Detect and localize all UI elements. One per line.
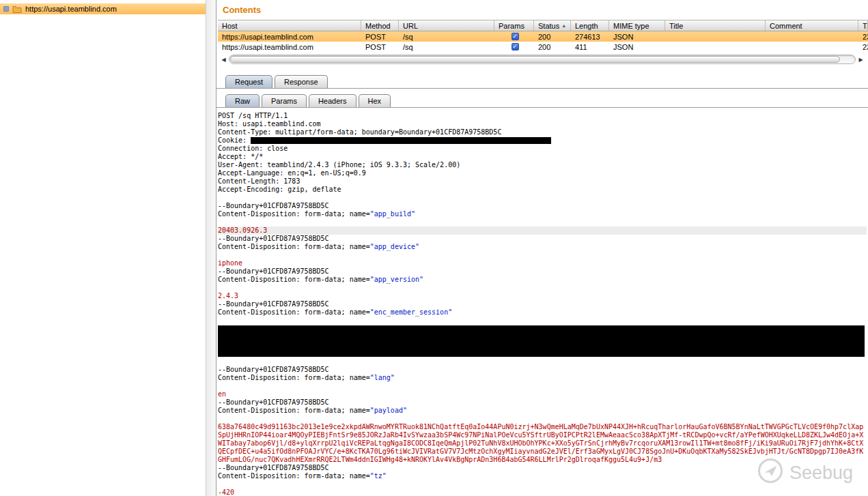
cell-method[interactable]: POST [361, 33, 399, 41]
cell-url[interactable]: /sq [399, 33, 494, 41]
sitemap-tree: https://usapi.teamblind.com [0, 0, 206, 496]
requests-table: HostMethodURLParamsStatus▲LengthMIME typ… [218, 20, 868, 52]
cell-length[interactable]: 411 [571, 43, 609, 51]
raw-line: Content-Type: multipart/form-data; bound… [218, 128, 867, 136]
raw-line [218, 358, 867, 366]
table-row[interactable]: https://usapi.teamblind.comPOST/sq✓20027… [218, 31, 868, 42]
column-header-title[interactable]: Title [665, 20, 766, 31]
raw-line: 2.4.3 [218, 292, 867, 300]
sitemap-item-label: https://usapi.teamblind.com [25, 5, 117, 13]
raw-line [218, 382, 867, 390]
sitemap-item-usapi-teamblind[interactable]: https://usapi.teamblind.com [0, 3, 206, 14]
cell-params[interactable]: ✓ [494, 43, 534, 50]
raw-line: User-Agent: teamblind/2.4.3 (iPhone; iOS… [218, 161, 867, 169]
column-header-length[interactable]: Length [571, 20, 609, 31]
column-header-comment[interactable]: Comment [766, 20, 858, 31]
cell-url[interactable]: /sq [399, 43, 494, 51]
raw-line [218, 284, 867, 292]
raw-line: Accept: */* [218, 153, 867, 161]
raw-line: --Boundary+01CFD87A9758BD5C [218, 366, 867, 374]
raw-line: Content-Length: 1783 [218, 177, 867, 186]
scroll-track[interactable] [229, 55, 856, 64]
sidebar-vertical-scrollbar[interactable] [206, 0, 216, 496]
raw-line [218, 415, 867, 423]
raw-line: --Boundary+01CFD87A9758BD5C [218, 464, 867, 472]
cell-method[interactable]: POST [361, 43, 399, 51]
subtab-params[interactable]: Params [262, 94, 307, 107]
sitemap-sidebar: https://usapi.teamblind.com [0, 0, 216, 496]
raw-line: en [218, 390, 867, 398]
scroll-right-button[interactable]: ▶ [856, 55, 866, 64]
contents-panel: Contents HostMethodURLParamsStatus▲Lengt… [216, 0, 868, 496]
raw-line [218, 480, 867, 488]
contents-title: Contents [216, 0, 868, 20]
scroll-left-button[interactable]: ◀ [219, 55, 229, 64]
cell-length[interactable]: 274613 [571, 33, 609, 41]
params-checkbox[interactable]: ✓ [512, 33, 519, 40]
table-header: HostMethodURLParamsStatus▲LengthMIME typ… [218, 20, 868, 31]
column-header-ti[interactable]: Ti [858, 20, 868, 31]
raw-line: 638a76480c49d91163bc2013e1e9ce2xkpdAWRnw… [218, 423, 867, 464]
raw-line: Cookie: [218, 136, 867, 145]
column-header-host[interactable]: Host [218, 20, 361, 31]
raw-line: iphone [218, 259, 867, 267]
raw-line: --Boundary+01CFD87A9758BD5C [218, 235, 867, 243]
raw-params-headers-hex-tabs: RawParamsHeadersHex [216, 91, 868, 108]
redacted-session-block [218, 325, 865, 357]
raw-line: POST /sq HTTP/1.1 [218, 112, 867, 120]
raw-line: 20403.0926.3 [218, 227, 867, 235]
cell-host[interactable]: https://usapi.teamblind.com [218, 33, 361, 41]
cell-status[interactable]: 200 [534, 43, 571, 51]
raw-line: --Boundary+01CFD87A9758BD5C [218, 300, 867, 308]
raw-request-view[interactable]: POST /sq HTTP/1.1Host: usapi.teamblind.c… [216, 108, 868, 496]
table-row[interactable]: https://usapi.teamblind.comPOST/sq✓20041… [218, 42, 868, 52]
raw-line: --Boundary+01CFD87A9758BD5C [218, 202, 867, 210]
raw-line: Content-Disposition: form-data; name="ap… [218, 276, 867, 284]
raw-line: Content-Disposition: form-data; name="ap… [218, 243, 867, 251]
raw-line: Accept-Encoding: gzip, deflate [218, 186, 867, 194]
raw-line: Content-Disposition: form-data; name="la… [218, 374, 867, 382]
raw-line [218, 317, 867, 325]
cell-time[interactable]: 23 [858, 43, 868, 51]
column-header-method[interactable]: Method [361, 20, 399, 31]
raw-line: Accept-Language: en;q=1, en-US;q=0.9 [218, 169, 867, 177]
cell-mime[interactable]: JSON [609, 33, 665, 41]
column-header-status[interactable]: Status▲ [534, 20, 571, 31]
cell-mime[interactable]: JSON [609, 43, 665, 51]
subtab-headers[interactable]: Headers [309, 94, 356, 107]
cell-host[interactable]: https://usapi.teamblind.com [218, 43, 361, 51]
tree-disclosure-icon[interactable] [3, 6, 9, 12]
cell-params[interactable]: ✓ [494, 33, 534, 40]
sort-ascending-icon: ▲ [561, 23, 566, 28]
raw-line: Content-Disposition: form-data; name="ap… [218, 210, 867, 218]
proxy-tool-window: https://usapi.teamblind.com Contents Hos… [0, 0, 868, 496]
raw-line: --Boundary+01CFD87A9758BD5C [218, 398, 867, 407]
raw-line: Connection: close [218, 145, 867, 153]
tab-request[interactable]: Request [225, 75, 272, 88]
tab-response[interactable]: Response [275, 75, 328, 88]
subtab-hex[interactable]: Hex [359, 94, 391, 107]
request-response-tabs: RequestResponse [216, 72, 868, 89]
params-checkbox[interactable]: ✓ [512, 43, 519, 50]
raw-line [218, 218, 867, 227]
raw-line: -420 [218, 488, 867, 496]
raw-line: Host: usapi.teamblind.com [218, 120, 867, 128]
subtab-raw[interactable]: Raw [225, 94, 260, 107]
table-horizontal-scrollbar[interactable]: ◀ ▶ [216, 54, 868, 65]
raw-line: --Boundary+01CFD87A9758BD5C [218, 267, 867, 276]
cell-time[interactable]: 23 [858, 33, 868, 41]
folder-icon [12, 5, 22, 13]
scroll-thumb[interactable] [230, 56, 840, 63]
raw-line: Content-Disposition: form-data; name="en… [218, 308, 867, 317]
cell-status[interactable]: 200 [534, 33, 571, 41]
raw-line [218, 194, 867, 202]
raw-line [218, 251, 867, 259]
redacted-cookie-bar [251, 137, 551, 144]
column-header-url[interactable]: URL [399, 20, 494, 31]
raw-line: Content-Disposition: form-data; name="tz… [218, 472, 867, 480]
column-header-mime-type[interactable]: MIME type [609, 20, 665, 31]
table-body: https://usapi.teamblind.comPOST/sq✓20027… [218, 31, 868, 52]
column-header-params[interactable]: Params [494, 20, 534, 31]
raw-line: Content-Disposition: form-data; name="pa… [218, 407, 867, 415]
